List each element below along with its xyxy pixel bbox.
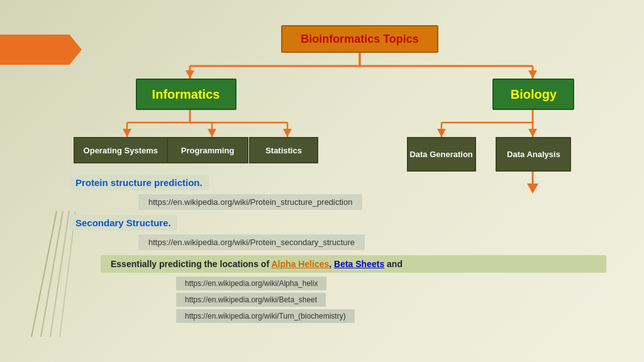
informatics-node: Informatics xyxy=(136,79,236,110)
secondary-link-row: https://en.wikipedia.org/wiki/Protein_se… xyxy=(63,234,631,250)
highlight-row: Essentially predicting the locations of … xyxy=(101,255,606,273)
protein-link[interactable]: https://en.wikipedia.org/wiki/Protein_st… xyxy=(138,194,362,210)
os-node: Operating Systems xyxy=(74,137,168,163)
secondary-link[interactable]: https://en.wikipedia.org/wiki/Protein_se… xyxy=(138,234,365,250)
data-analysis-label: Data Analysis xyxy=(507,150,560,159)
statistics-node: Statistics xyxy=(249,137,318,163)
highlight-middle: , xyxy=(329,259,334,269)
svg-marker-22 xyxy=(283,129,292,137)
protein-label: Protein structure prediction. xyxy=(69,175,209,190)
turn-biochemistry-link[interactable]: https://en.wikipedia.org/wiki/Turn_(bioc… xyxy=(176,309,355,323)
bookmark-decoration xyxy=(0,35,82,65)
svg-marker-19 xyxy=(208,129,216,137)
beta-sheets-link[interactable]: Beta Sheets xyxy=(334,259,384,269)
secondary-label: Secondary Structure. xyxy=(69,215,177,231)
alpha-helices-link[interactable]: Alpha Helices xyxy=(271,259,329,269)
bottom-section: Protein structure prediction. https://en… xyxy=(63,175,631,326)
root-node: Bioinformatics Topics xyxy=(281,25,438,53)
os-label: Operating Systems xyxy=(84,146,158,155)
main-content: Bioinformatics Topics Informatics Biolog… xyxy=(0,0,644,362)
sub-links: https://en.wikipedia.org/wiki/Alpha_heli… xyxy=(176,277,631,323)
svg-marker-11 xyxy=(528,70,537,79)
highlight-prefix: Essentially predicting the locations of xyxy=(111,259,271,269)
root-label: Bioinformatics Topics xyxy=(301,33,419,46)
protein-label-row: Protein structure prediction. xyxy=(63,175,631,193)
biology-label: Biology xyxy=(511,87,557,102)
data-generation-label: Data Generation xyxy=(409,150,472,159)
svg-marker-26 xyxy=(437,129,446,137)
data-generation-node: Data Generation xyxy=(407,137,476,172)
programming-label: Programming xyxy=(181,146,235,155)
statistics-label: Statistics xyxy=(265,146,302,155)
informatics-label: Informatics xyxy=(152,87,220,102)
svg-marker-15 xyxy=(123,129,131,137)
alpha-helix-link[interactable]: https://en.wikipedia.org/wiki/Alpha_heli… xyxy=(176,277,326,290)
svg-marker-29 xyxy=(528,129,537,137)
beta-sheet-link[interactable]: https://en.wikipedia.org/wiki/Beta_sheet xyxy=(176,293,326,307)
biology-node: Biology xyxy=(492,79,574,110)
protein-link-row: https://en.wikipedia.org/wiki/Protein_st… xyxy=(63,194,631,210)
secondary-label-row: Secondary Structure. xyxy=(63,215,631,233)
data-analysis-node: Data Analysis xyxy=(496,137,571,172)
programming-node: Programming xyxy=(167,137,248,163)
highlight-suffix: and xyxy=(384,259,402,269)
svg-marker-7 xyxy=(186,70,194,79)
tree-diagram: Bioinformatics Topics Informatics Biolog… xyxy=(88,19,631,201)
